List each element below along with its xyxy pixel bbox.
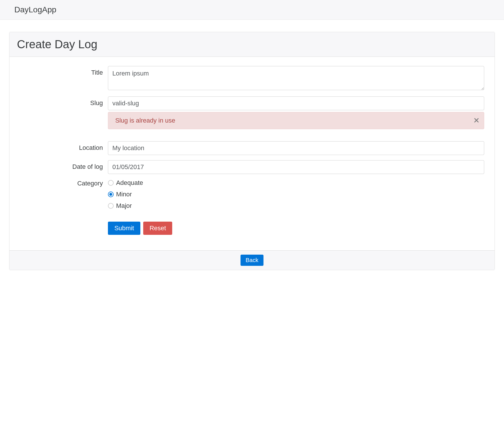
card-body: Title Lorem ipsum Slug Slug is already i…: [9, 57, 495, 250]
slug-error-alert: Slug is already in use: [108, 112, 484, 129]
navbar-brand[interactable]: DayLogApp: [14, 5, 56, 14]
slug-input[interactable]: [108, 96, 484, 110]
category-row: Category Adequate Minor Major: [20, 179, 484, 210]
category-label: Category: [77, 180, 103, 187]
title-input[interactable]: Lorem ipsum: [108, 66, 484, 90]
title-row: Title Lorem ipsum: [20, 66, 484, 91]
date-row: Date of log: [20, 160, 484, 174]
location-row: Location: [20, 141, 484, 155]
back-button[interactable]: Back: [241, 255, 263, 266]
location-label: Location: [79, 144, 103, 151]
reset-button[interactable]: Reset: [143, 222, 172, 235]
submit-button[interactable]: Submit: [108, 222, 140, 235]
date-label: Date of log: [72, 163, 103, 170]
buttons-row: Submit Reset: [20, 215, 484, 235]
radio-label-adequate[interactable]: Adequate: [116, 179, 143, 187]
radio-adequate[interactable]: [108, 180, 114, 186]
radio-option-major[interactable]: Major: [108, 202, 484, 210]
alert-message: Slug is already in use: [115, 117, 175, 124]
slug-row: Slug Slug is already in use: [20, 96, 484, 129]
page-title: Create Day Log: [17, 38, 487, 51]
navbar: DayLogApp: [0, 0, 504, 20]
radio-label-major[interactable]: Major: [116, 202, 132, 210]
slug-label: Slug: [90, 99, 103, 107]
radio-option-adequate[interactable]: Adequate: [108, 179, 484, 187]
radio-minor[interactable]: [108, 191, 114, 197]
close-icon[interactable]: [474, 117, 479, 124]
title-label: Title: [91, 69, 103, 76]
date-input[interactable]: [108, 160, 484, 174]
radio-major[interactable]: [108, 203, 114, 209]
card-header: Create Day Log: [9, 32, 495, 57]
location-input[interactable]: [108, 141, 484, 155]
card-footer: Back: [9, 250, 495, 270]
radio-option-minor[interactable]: Minor: [108, 191, 484, 198]
radio-label-minor[interactable]: Minor: [116, 191, 132, 198]
create-daylog-card: Create Day Log Title Lorem ipsum Slug Sl: [9, 32, 495, 270]
